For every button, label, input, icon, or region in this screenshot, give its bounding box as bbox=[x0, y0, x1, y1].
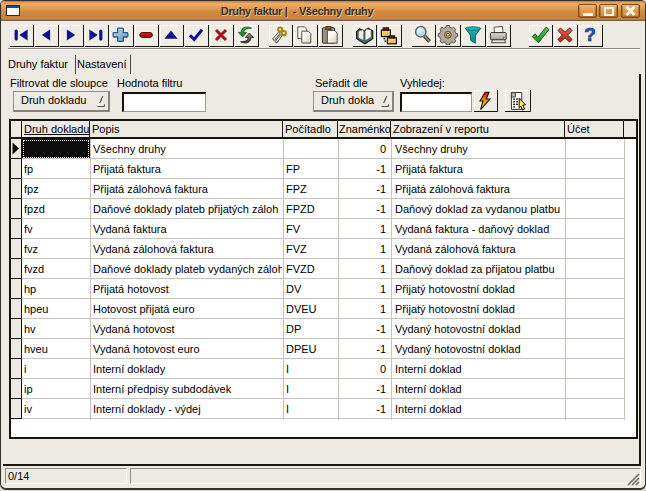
svg-text:?: ? bbox=[584, 25, 596, 45]
